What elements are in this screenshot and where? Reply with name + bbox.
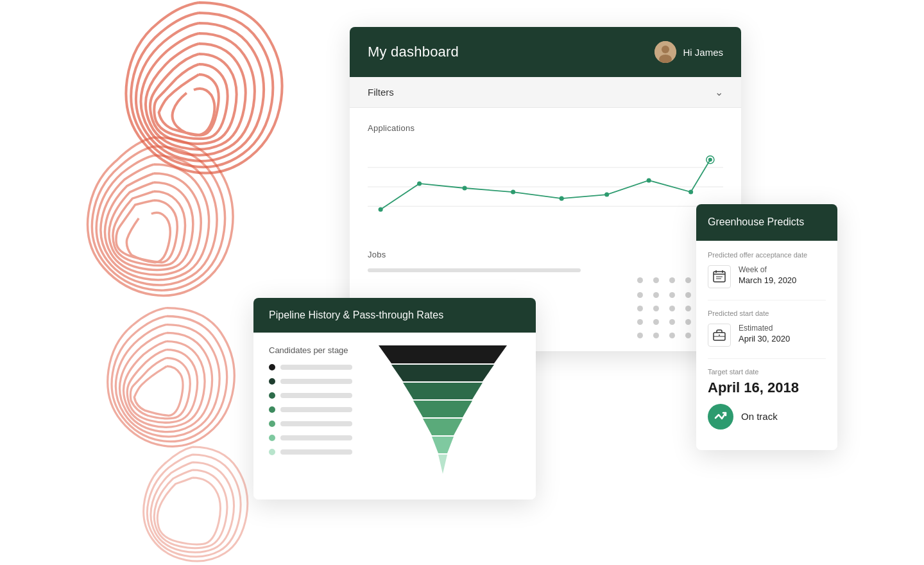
legend-bar-2 bbox=[280, 379, 352, 384]
chevron-down-icon: ⌄ bbox=[715, 86, 723, 98]
on-track-text: On track bbox=[741, 411, 778, 422]
target-date-section: Target start date April 16, 2018 On trac… bbox=[708, 368, 826, 430]
predicts-panel: Greenhouse Predicts Predicted offer acce… bbox=[696, 204, 837, 450]
offer-acceptance-label: Predicted offer acceptance date bbox=[708, 251, 826, 259]
svg-point-1 bbox=[662, 46, 669, 53]
legend-dot-4 bbox=[269, 406, 275, 413]
svg-point-7 bbox=[417, 181, 422, 186]
svg-marker-19 bbox=[413, 401, 472, 417]
legend-item-2 bbox=[269, 378, 352, 385]
offer-acceptance-section: Predicted offer acceptance date Week of … bbox=[708, 251, 826, 288]
legend-bar-5 bbox=[280, 421, 352, 426]
legend-bar-1 bbox=[280, 365, 352, 370]
jobs-label: Jobs bbox=[368, 250, 723, 259]
filters-label: Filters bbox=[368, 87, 394, 98]
legend-dot-5 bbox=[269, 421, 275, 427]
calendar-list-icon bbox=[708, 265, 731, 288]
svg-marker-20 bbox=[423, 419, 463, 435]
candidates-label: Candidates per stage bbox=[269, 345, 352, 355]
svg-point-10 bbox=[560, 196, 564, 201]
start-date-item: Estimated April 30, 2020 bbox=[708, 324, 826, 347]
start-date-section: Predicted start date Estimated April 30,… bbox=[708, 309, 826, 347]
divider-2 bbox=[708, 358, 826, 359]
svg-point-13 bbox=[689, 190, 693, 195]
applications-chart bbox=[368, 142, 723, 232]
legend-bar-6 bbox=[280, 435, 352, 440]
legend-item-4 bbox=[269, 406, 352, 413]
legend-item-7 bbox=[269, 449, 352, 455]
legend-item-1 bbox=[269, 364, 352, 370]
svg-marker-21 bbox=[432, 437, 454, 453]
pipeline-content: Candidates per stage bbox=[253, 333, 536, 500]
legend-dot-2 bbox=[269, 378, 275, 385]
predicts-header: Greenhouse Predicts bbox=[696, 204, 837, 241]
svg-point-6 bbox=[379, 207, 383, 212]
user-avatar bbox=[654, 41, 676, 63]
filters-bar[interactable]: Filters ⌄ bbox=[350, 77, 741, 108]
user-greeting: Hi James bbox=[683, 47, 723, 58]
pipeline-header: Pipeline History & Pass-through Rates bbox=[253, 298, 536, 333]
svg-point-8 bbox=[463, 186, 467, 190]
legend-bar-4 bbox=[280, 407, 352, 412]
fingerprint-3 bbox=[83, 295, 250, 462]
applications-label: Applications bbox=[368, 123, 723, 133]
svg-point-12 bbox=[647, 178, 651, 182]
start-date-text: Estimated April 30, 2020 bbox=[739, 324, 790, 345]
pipeline-panel: Pipeline History & Pass-through Rates Ca… bbox=[253, 298, 536, 500]
legend-item-3 bbox=[269, 392, 352, 399]
dashboard-title: My dashboard bbox=[368, 44, 459, 60]
dashboard-user: Hi James bbox=[654, 41, 723, 63]
target-start-label: Target start date bbox=[708, 368, 826, 376]
legend-bar-3 bbox=[280, 393, 352, 398]
predicts-title: Greenhouse Predicts bbox=[708, 216, 826, 229]
target-date-value: April 16, 2018 bbox=[708, 379, 826, 396]
fingerprint-2 bbox=[64, 128, 244, 308]
svg-marker-17 bbox=[391, 365, 494, 381]
briefcase-icon bbox=[708, 324, 731, 347]
svg-point-15 bbox=[708, 158, 712, 162]
pipeline-title: Pipeline History & Pass-through Rates bbox=[269, 309, 443, 320]
legend-dot-7 bbox=[269, 449, 275, 455]
svg-point-11 bbox=[604, 193, 609, 197]
svg-marker-22 bbox=[438, 455, 447, 474]
legend-dot-3 bbox=[269, 392, 275, 399]
on-track-badge bbox=[708, 404, 733, 430]
fingerprint-1 bbox=[96, 0, 302, 193]
legend-item-6 bbox=[269, 435, 352, 441]
legend-dot-1 bbox=[269, 364, 275, 370]
on-track-row: On track bbox=[708, 404, 826, 430]
svg-marker-16 bbox=[379, 345, 507, 363]
funnel-svg bbox=[375, 345, 510, 487]
candidates-legend: Candidates per stage bbox=[269, 345, 352, 487]
offer-acceptance-item: Week of March 19, 2020 bbox=[708, 265, 826, 288]
svg-marker-18 bbox=[403, 383, 483, 399]
fingerprint-4 bbox=[116, 437, 270, 565]
dashboard-header: My dashboard Hi James bbox=[350, 27, 741, 77]
legend-dot-6 bbox=[269, 435, 275, 441]
start-date-label: Predicted start date bbox=[708, 309, 826, 317]
offer-acceptance-text: Week of March 19, 2020 bbox=[739, 265, 796, 287]
predicts-content: Predicted offer acceptance date Week of … bbox=[696, 241, 837, 450]
funnel-container bbox=[365, 345, 520, 487]
legend-bar-7 bbox=[280, 449, 352, 455]
legend-item-5 bbox=[269, 421, 352, 427]
divider-1 bbox=[708, 300, 826, 300]
svg-point-9 bbox=[511, 190, 515, 195]
